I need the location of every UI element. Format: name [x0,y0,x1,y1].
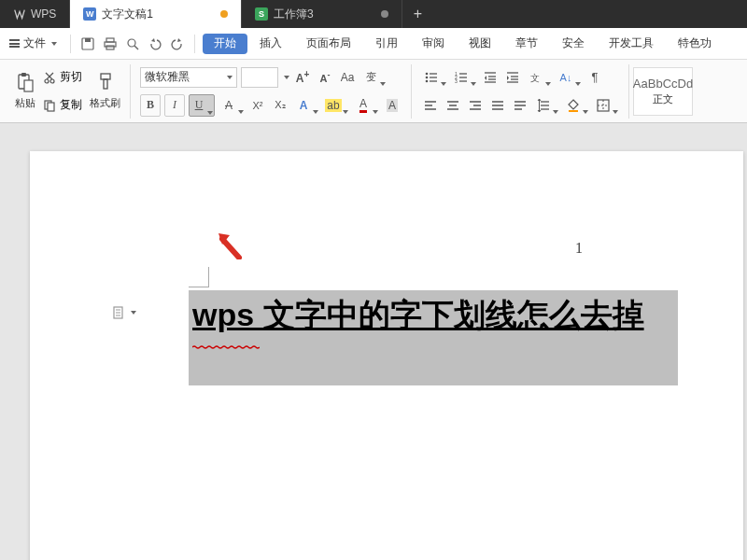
tab-label: 文字文稿1 [102,7,153,22]
clipboard-group: 粘贴 剪切 复制 格式刷 [6,64,131,119]
style-preview-text: AaBbCcDd [633,77,693,91]
font-name-combobox[interactable]: 微软雅黑 [140,67,237,88]
format-painter-button[interactable]: 格式刷 [86,64,124,119]
svg-rect-17 [104,79,107,89]
align-right-button[interactable] [466,96,485,115]
copy-button[interactable]: 复制 [43,94,82,117]
ribbon-tabs: 开始 插入 页面布局 引用 审阅 视图 章节 安全 开发工具 特色功 [203,28,724,59]
tab-review[interactable]: 审阅 [410,28,457,59]
ribbon: 粘贴 剪切 复制 格式刷 微软雅黑 [0,60,747,123]
svg-rect-1 [85,38,91,42]
show-marks-button[interactable]: ¶ [585,68,604,87]
file-menu-button[interactable]: 文件 [0,28,66,59]
shading-button[interactable] [563,96,589,115]
svg-point-10 [45,79,49,83]
strikethrough-button[interactable]: A [218,96,245,115]
tab-page-layout[interactable]: 页面布局 [294,28,363,59]
svg-point-5 [128,39,135,47]
dirty-indicator-icon [220,10,228,18]
bold-button[interactable]: B [140,94,161,117]
chevron-down-icon [51,42,57,46]
format-painter-label: 格式刷 [90,96,120,110]
bullets-button[interactable] [421,68,447,87]
paragraph-group: 123 文 A↓ ¶ [412,64,629,119]
sort-button[interactable]: A↓ [556,68,582,87]
cut-label: 剪切 [60,69,82,85]
text-effects-button[interactable]: A [293,96,319,115]
svg-line-12 [47,73,53,79]
save-button[interactable] [80,36,95,51]
tab-chapter[interactable]: 章节 [503,28,550,59]
increase-indent-button[interactable] [503,68,522,87]
brush-icon [97,72,114,92]
wps-logo-icon [13,7,26,21]
workspace: 1 wps 文字中的字下划线怎么去掉 [0,123,747,560]
tab-label: 工作簿3 [274,7,314,22]
font-group: 微软雅黑 A+ A- Aa 变 B I U A X² X₂ A ab A [131,64,412,119]
plus-icon: + [414,6,422,22]
cut-button[interactable]: 剪切 [43,66,82,89]
superscript-button[interactable]: X² [248,96,267,115]
spellcheck-squiggle-icon [192,336,260,340]
chevron-down-icon [131,311,136,315]
phonetic-guide-button[interactable]: 变 [360,68,387,87]
tab-features[interactable]: 特色功 [666,28,724,59]
numbering-button[interactable]: 123 [451,68,477,87]
doc-icon: W [83,7,96,21]
underline-button[interactable]: U [189,94,215,117]
document-headline[interactable]: wps 文字中的字下划线怎么去掉 [192,294,644,337]
paste-button[interactable]: 粘贴 [11,64,39,119]
svg-rect-15 [48,103,54,111]
copy-icon [43,99,56,112]
svg-point-18 [426,72,429,75]
align-distribute-button[interactable] [511,96,529,115]
tab-references[interactable]: 引用 [363,28,410,59]
text-direction-button[interactable]: 文 [526,68,552,87]
menubar: 文件 开始 插入 页面布局 引用 审阅 视图 章节 安全 开发工具 特色功 [0,28,747,60]
tab-insert[interactable]: 插入 [247,28,294,59]
svg-rect-4 [106,46,114,49]
character-shading-button[interactable]: A [383,96,402,115]
align-justify-button[interactable] [488,96,507,115]
chevron-down-icon [227,76,233,79]
font-size-combobox[interactable] [241,67,278,88]
highlight-button[interactable]: ab [323,96,349,115]
svg-text:文: 文 [530,73,540,83]
document-tab-1[interactable]: W 文字文稿1 [70,0,242,28]
scissors-icon [43,71,56,84]
decrease-font-button[interactable]: A- [316,68,334,87]
tab-developer[interactable]: 开发工具 [597,28,666,59]
svg-rect-16 [101,74,110,79]
print-button[interactable] [103,36,118,51]
document-tab-2[interactable]: S 工作簿3 [242,0,402,28]
separator [194,35,195,53]
app-name: WPS [31,7,56,21]
quick-access-toolbar [75,36,190,51]
tab-security[interactable]: 安全 [550,28,597,59]
document-page[interactable]: 1 wps 文字中的字下划线怎么去掉 [30,151,743,560]
line-spacing-button[interactable] [533,96,559,115]
borders-button[interactable] [593,96,619,115]
svg-line-6 [134,46,138,49]
style-normal[interactable]: AaBbCcDd 正文 [633,67,693,116]
undo-button[interactable] [148,36,162,51]
svg-rect-8 [21,73,26,77]
subscript-button[interactable]: X₂ [271,96,289,115]
new-tab-button[interactable]: + [402,0,433,28]
tab-view[interactable]: 视图 [457,28,503,59]
align-left-button[interactable] [421,96,440,115]
change-case-button[interactable]: Aa [338,68,357,87]
print-preview-button[interactable] [125,36,140,51]
decrease-indent-button[interactable] [481,68,500,87]
font-color-button[interactable]: A [353,96,379,115]
italic-button[interactable]: I [164,94,185,117]
redo-button[interactable] [170,36,185,51]
copy-label: 复制 [60,97,82,113]
style-name: 正文 [653,92,673,106]
paragraph-indicator[interactable] [112,306,136,319]
increase-font-button[interactable]: A+ [293,68,312,87]
align-center-button[interactable] [444,96,462,115]
tab-start[interactable]: 开始 [203,34,247,54]
home-tab[interactable]: WPS [0,0,70,28]
file-label: 文件 [23,35,46,51]
